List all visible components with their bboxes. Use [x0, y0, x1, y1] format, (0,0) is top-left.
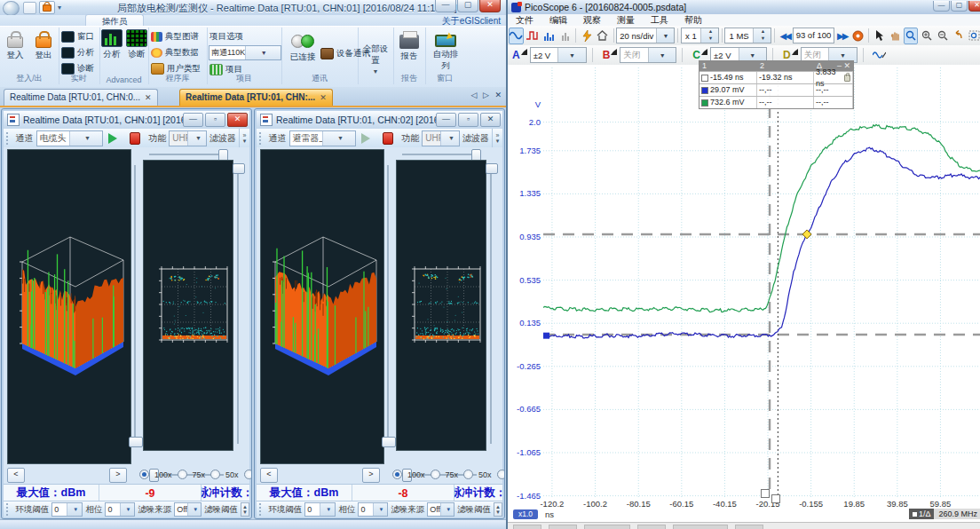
- persistence-mode-button[interactable]: [558, 28, 573, 44]
- restore-button[interactable]: ▫: [458, 113, 478, 127]
- timebase-combo[interactable]: 20 ns/div▼: [616, 28, 675, 43]
- prev-button[interactable]: <: [260, 468, 278, 483]
- tab-nav-buttons[interactable]: ◁ ▷ ✕: [471, 91, 503, 99]
- zoom-tool-button[interactable]: [904, 28, 918, 44]
- buffer-navigator-button[interactable]: [851, 28, 865, 44]
- document-icon[interactable]: [23, 2, 36, 14]
- vertical-slider-handle[interactable]: [382, 437, 396, 447]
- close-icon[interactable]: ✕: [145, 93, 152, 102]
- function-combo[interactable]: UHF▼: [169, 130, 207, 146]
- all-settings-button[interactable]: 全部设置 ▼: [360, 29, 391, 72]
- next-button[interactable]: >: [109, 468, 127, 483]
- vertical-slider-track[interactable]: [387, 165, 389, 446]
- noise-source-combo[interactable]: Off▼: [427, 502, 454, 517]
- ruler-legend[interactable]: 1 2 Δ – ✕ -15.49 ns-19.32 ns3.833 ns29.0…: [699, 60, 854, 109]
- play-button[interactable]: [108, 133, 122, 144]
- close-icon[interactable]: ✕: [320, 93, 327, 102]
- top-slider-track[interactable]: [149, 154, 225, 155]
- zoom-out-button[interactable]: [936, 28, 950, 44]
- vertical-slider-track[interactable]: [134, 165, 136, 446]
- phase-combo[interactable]: 0▼: [358, 502, 388, 517]
- awg-button[interactable]: [870, 47, 889, 64]
- minimize-button[interactable]: —: [933, 1, 950, 12]
- radio-25x[interactable]: [497, 470, 505, 479]
- menu-file[interactable]: 文件: [508, 14, 541, 27]
- env-threshold-combo[interactable]: 0▼: [304, 502, 336, 517]
- probe-wizard-button[interactable]: [580, 28, 594, 44]
- minimize-button[interactable]: —: [436, 113, 456, 127]
- toolbar-overflow-button[interactable]: »▾: [239, 129, 249, 147]
- zoom-factor-spinner[interactable]: x 1▲▼: [681, 28, 719, 43]
- project-combo[interactable]: 南通110KV北区▼: [209, 45, 281, 60]
- close-button[interactable]: ✕: [227, 113, 248, 127]
- next-buffer-button[interactable]: ▶▶: [835, 28, 850, 44]
- window-button[interactable]: 窗口: [61, 30, 94, 43]
- vertical-slider-handle[interactable]: [129, 437, 143, 447]
- login-button[interactable]: 登入: [1, 29, 29, 72]
- maximize-button[interactable]: ▢: [457, 0, 478, 12]
- minimize-button[interactable]: —: [435, 0, 456, 12]
- top-slider-track[interactable]: [402, 154, 478, 155]
- analyze-button[interactable]: 分析: [61, 46, 94, 59]
- channel-a-range-combo[interactable]: ±2 V▼: [530, 47, 587, 63]
- lock-icon[interactable]: [39, 1, 55, 14]
- connected-button[interactable]: 已连接: [285, 29, 320, 72]
- next-button[interactable]: >: [362, 468, 380, 483]
- time-ruler-handle-2[interactable]: [771, 494, 780, 503]
- close-button[interactable]: ✕: [480, 113, 501, 127]
- toolbar-spinner[interactable]: ▲▼: [241, 502, 249, 517]
- qat-dropdown-icon[interactable]: ▾: [58, 4, 61, 12]
- auto-arrange-button[interactable]: 自动排列: [430, 29, 462, 72]
- channel-combo[interactable]: 避雷器上▼: [289, 130, 357, 146]
- radio-75x[interactable]: [178, 470, 187, 479]
- close-button[interactable]: ✕: [479, 0, 501, 12]
- zoom-in-button[interactable]: [920, 28, 934, 44]
- typical-data-button[interactable]: 典型数据: [151, 46, 199, 59]
- prev-buffer-button[interactable]: ◀◀: [778, 28, 792, 44]
- scope-mode-button[interactable]: [509, 28, 524, 44]
- marquee-zoom-button[interactable]: [967, 28, 980, 44]
- spectrum-mode-button[interactable]: [542, 28, 557, 44]
- project-options-button[interactable]: 项目选项: [209, 30, 243, 43]
- trigger-mode-button[interactable]: [526, 28, 541, 44]
- radio-50x[interactable]: [463, 470, 473, 479]
- doc-tab-chn02[interactable]: Realtime Data [RTU:01, CHN:...✕: [179, 89, 333, 106]
- pico-titlebar[interactable]: PicoScope 6 - [20160824-0005.psdata] — ▢…: [508, 0, 980, 15]
- menu-help[interactable]: 帮助: [676, 14, 710, 27]
- prev-button[interactable]: <: [7, 468, 25, 483]
- hand-tool-button[interactable]: [889, 28, 903, 44]
- advanced-diagnose-button[interactable]: 诊断: [122, 29, 151, 72]
- toolbar-overflow-button[interactable]: »▾: [492, 129, 502, 147]
- home-button[interactable]: [596, 28, 610, 44]
- restore-button[interactable]: ▫: [205, 113, 225, 127]
- radio-75x[interactable]: [431, 470, 440, 479]
- toolbar-spinner[interactable]: ▲▼: [494, 502, 502, 517]
- stop-button[interactable]: [130, 132, 140, 145]
- samples-spinner[interactable]: 1 MS▲▼: [724, 28, 771, 43]
- close-button[interactable]: ✕: [968, 1, 980, 12]
- report-button[interactable]: 报告: [395, 29, 423, 72]
- minimize-button[interactable]: —: [183, 113, 203, 127]
- logout-button[interactable]: 登出: [29, 29, 58, 72]
- time-ruler-handle-1[interactable]: [761, 489, 770, 498]
- noise-source-combo[interactable]: Off▼: [174, 502, 202, 517]
- channel-combo[interactable]: 电缆头▼: [36, 130, 104, 146]
- child-titlebar[interactable]: Realtime Data [RTU:01, CHN:01] [2016/0..…: [4, 111, 249, 130]
- buffer-index[interactable]: 93 of 100: [793, 28, 834, 43]
- right-slider-handle[interactable]: [486, 163, 498, 174]
- env-threshold-combo[interactable]: 0▼: [51, 502, 83, 517]
- menu-tools[interactable]: 工具: [643, 14, 676, 27]
- radio-100x[interactable]: [139, 470, 149, 479]
- function-combo[interactable]: UHF▼: [422, 130, 460, 146]
- stop-button[interactable]: [383, 132, 393, 145]
- menu-edit[interactable]: 编辑: [541, 14, 575, 27]
- right-slider-handle[interactable]: [233, 163, 245, 174]
- right-slider-track[interactable]: [237, 167, 239, 444]
- undo-zoom-button[interactable]: [952, 28, 966, 44]
- scope-waveform[interactable]: [543, 67, 980, 497]
- child-titlebar[interactable]: Realtime Data [RTU:01, CHN:02] [2016/0..…: [257, 111, 502, 130]
- maximize-button[interactable]: ▢: [951, 1, 968, 12]
- radio-25x[interactable]: [244, 470, 252, 479]
- menu-measure[interactable]: 测量: [609, 14, 643, 27]
- radio-100x[interactable]: [392, 470, 402, 479]
